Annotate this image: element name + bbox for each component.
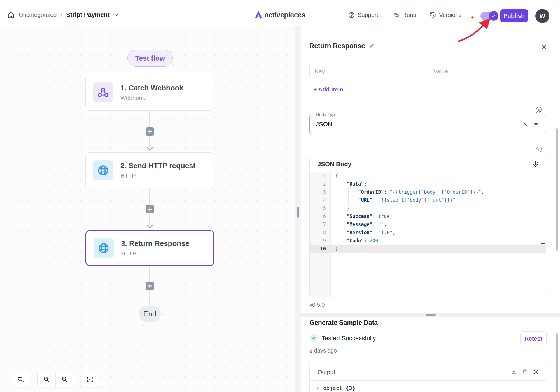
code-line-number: 8 <box>310 229 330 237</box>
dropdown-caret-icon <box>534 123 538 126</box>
connector <box>144 188 155 230</box>
code-line[interactable]: "Message": "", <box>331 220 546 229</box>
top-bar: Uncategorized / Stript Payment activepie… <box>0 0 560 26</box>
step-title: 3. Return Response <box>121 239 189 248</box>
flow-builder-app: Uncategorized / Stript Payment activepie… <box>0 0 560 392</box>
step-title: 1. Catch Webhook <box>120 84 183 92</box>
test-flow-button[interactable]: Test flow <box>127 50 173 67</box>
tested-time: 2 days ago <box>309 348 337 354</box>
code-lines: { "Data": { "OrderID": "{{trigger['body'… <box>331 172 546 253</box>
panel-resize-handle[interactable] <box>297 207 299 218</box>
body-type-select[interactable]: Body Type JSON <box>309 115 546 134</box>
copy-icon[interactable] <box>522 369 528 375</box>
home-icon[interactable] <box>7 11 15 19</box>
step-send-http[interactable]: 2. Send HTTP request HTTP <box>85 152 214 188</box>
list-search-icon <box>393 11 400 18</box>
nav-support-label: Support <box>358 11 378 18</box>
code-line[interactable]: } <box>331 245 546 253</box>
retest-button[interactable]: Retest <box>520 331 547 346</box>
test-status-text: Tested Successfully <box>322 335 376 342</box>
activepieces-logo-icon <box>255 11 262 19</box>
globe-icon <box>93 160 113 180</box>
code-line[interactable]: "Success": true, <box>331 212 546 220</box>
code-gutter: 12345678910 <box>310 172 331 297</box>
code-line-number: 1 <box>310 172 330 180</box>
value-input[interactable] <box>428 64 546 79</box>
code-line[interactable]: "Code": 200 <box>331 237 546 245</box>
code-line-number: 10 <box>310 245 330 253</box>
zoom-in-button[interactable] <box>56 372 74 386</box>
versions-unpublished-dot <box>471 16 474 19</box>
json-body-header: JSON Body <box>310 157 546 172</box>
sample-scrollbar[interactable] <box>556 333 558 392</box>
flow-end-node: End <box>139 306 161 322</box>
panel-scrollbar[interactable] <box>556 128 558 251</box>
output-title: Output <box>318 369 335 375</box>
flow-name[interactable]: Stript Payment <box>66 11 109 18</box>
output-tree-row[interactable]: object {3} <box>315 385 546 391</box>
code-line[interactable]: "URL": "{{step_1['body']['url']}}" <box>331 196 546 204</box>
nav-runs[interactable]: Runs <box>393 0 416 26</box>
clear-selection-icon[interactable] <box>522 121 528 127</box>
close-panel-icon[interactable] <box>540 43 548 50</box>
connector <box>144 266 155 306</box>
code-line[interactable]: "Data": { <box>331 180 546 188</box>
chevron-down-icon <box>315 386 320 390</box>
section-divider <box>301 313 560 317</box>
zoom-out-button[interactable] <box>38 372 55 386</box>
success-check-icon <box>310 334 318 342</box>
step-subtitle: HTTP <box>120 172 195 179</box>
fit-to-view-button[interactable] <box>81 372 99 386</box>
nav-support[interactable]: Support <box>348 0 378 26</box>
connector <box>144 111 155 152</box>
section-resize-handle[interactable] <box>426 314 436 316</box>
step-title: 2. Send HTTP request <box>120 161 195 170</box>
output-header: Output <box>310 364 546 381</box>
code-line-number: 3 <box>310 188 330 196</box>
zoom-controls <box>37 372 74 387</box>
zoom-reset-button[interactable] <box>12 372 30 386</box>
code-line[interactable]: "OrderID": "{{trigger['body']['OrderID']… <box>331 188 546 196</box>
ai-sparkle-icon[interactable] <box>532 161 539 168</box>
code-line-number: 5 <box>310 204 330 212</box>
code-line[interactable]: "Version": "1.0", <box>331 229 546 237</box>
headers-key-value-row <box>309 64 546 79</box>
question-circle-icon <box>348 11 355 18</box>
zoom-reset-control <box>12 372 30 387</box>
output-node-type: object <box>323 385 342 391</box>
code-line-number: 6 <box>310 212 330 220</box>
nav-versions[interactable]: Versions <box>429 0 462 26</box>
breadcrumb-category[interactable]: Uncategorized <box>19 11 57 18</box>
edit-pencil-icon[interactable] <box>368 43 375 49</box>
user-avatar[interactable]: W <box>535 9 549 23</box>
key-input[interactable] <box>310 64 428 79</box>
dynamic-value-icon[interactable]: (x) <box>536 146 542 153</box>
code-line-number: 4 <box>310 196 330 204</box>
download-icon[interactable] <box>511 369 517 375</box>
json-body-title: JSON Body <box>318 161 351 168</box>
json-code-editor[interactable]: 12345678910 { "Data": { "OrderID": "{{tr… <box>310 172 546 297</box>
panel-resize-gutter <box>295 26 301 392</box>
add-item-link[interactable]: + Add Item <box>313 86 343 93</box>
panel-title: Return Response <box>309 42 365 50</box>
code-line[interactable]: }, <box>331 204 546 212</box>
flow-enabled-toggle[interactable] <box>480 12 498 20</box>
globe-icon <box>94 238 114 258</box>
chevron-down-icon[interactable] <box>114 12 119 18</box>
output-card: Output object {3} <box>309 364 546 392</box>
expand-icon[interactable] <box>533 369 539 375</box>
body-type-label: Body Type <box>314 112 339 117</box>
step-catch-webhook[interactable]: 1. Catch Webhook Webhook <box>85 74 214 111</box>
code-line-number: 9 <box>310 237 330 245</box>
activepieces-logo: activepieces <box>255 0 305 26</box>
output-node-count: {3} <box>346 385 355 391</box>
code-line[interactable]: { <box>331 172 546 180</box>
step-subtitle: Webhook <box>120 95 183 101</box>
activepieces-logo-text: activepieces <box>265 11 305 19</box>
overview-ruler-marker <box>541 243 545 244</box>
json-body-card: JSON Body 12345678910 { "Data": { "Order… <box>309 157 546 297</box>
dynamic-value-icon[interactable]: (x) <box>536 106 542 113</box>
publish-button[interactable]: Publish <box>500 9 528 22</box>
step-return-response[interactable]: 3. Return Response HTTP <box>85 230 214 266</box>
flow-canvas[interactable]: Test flow 1. Catch Webhook Webhook <box>0 26 295 392</box>
